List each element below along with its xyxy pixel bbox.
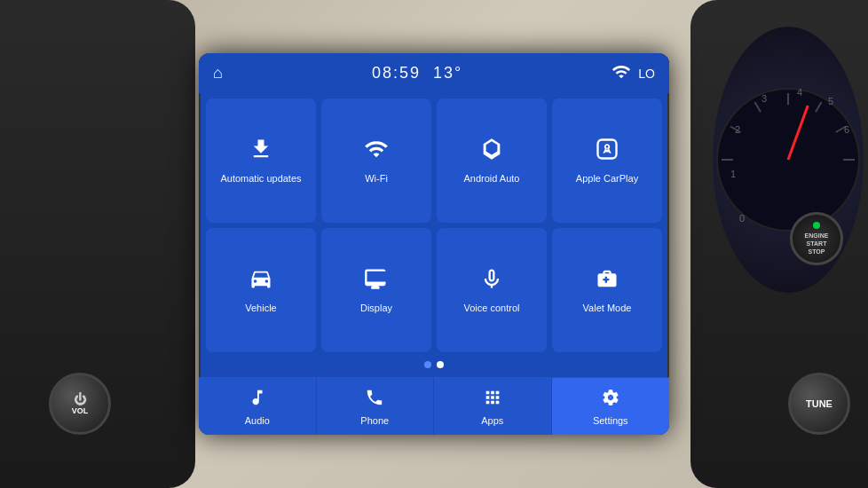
grid-row-1: Automatic updates Wi-Fi [206, 98, 662, 223]
status-bar: ⌂ 08:59 13° LO [199, 53, 669, 93]
temperature: 13° [433, 64, 462, 82]
wifi-label: Wi-Fi [365, 172, 388, 185]
tune-label: TUNE [806, 398, 832, 409]
audio-icon [248, 388, 267, 412]
wifi-tile[interactable]: Wi-Fi [321, 98, 431, 223]
valet-mode-icon [595, 266, 619, 296]
infotainment-screen: ⌂ 08:59 13° LO [199, 53, 669, 435]
apps-label: Apps [481, 415, 503, 426]
automatic-updates-label: Automatic updates [220, 172, 301, 185]
bottom-nav: Audio Phone Apps [199, 377, 669, 435]
apple-carplay-tile[interactable]: Apple CarPlay [552, 98, 662, 223]
phone-icon [365, 388, 384, 412]
svg-rect-0 [598, 139, 617, 158]
voice-control-tile[interactable]: Voice control [437, 228, 547, 352]
pagination-dot-2[interactable] [437, 361, 444, 368]
svg-text:4: 4 [797, 87, 802, 98]
download-icon [249, 137, 273, 167]
display-tile[interactable]: Display [321, 228, 431, 352]
phone-nav-item[interactable]: Phone [317, 378, 435, 435]
svg-text:2: 2 [735, 124, 740, 135]
apps-icon [483, 388, 502, 412]
audio-nav-item[interactable]: Audio [199, 378, 317, 435]
settings-grid: Automatic updates Wi-Fi [199, 93, 669, 377]
time-temperature: 08:59 13° [372, 64, 462, 83]
network-label: LO [638, 67, 655, 81]
vehicle-label: Vehicle [245, 302, 276, 314]
clock: 08:59 [372, 64, 421, 82]
voice-control-label: Voice control [464, 302, 520, 314]
android-auto-tile[interactable]: Android Auto [437, 98, 547, 223]
android-auto-label: Android Auto [464, 172, 520, 185]
speedometer: 0 1 2 3 4 5 6 [713, 27, 864, 293]
power-icon: ⏻ [74, 392, 86, 406]
svg-text:6: 6 [844, 124, 849, 135]
infotainment-screen-container: ⌂ 08:59 13° LO [199, 53, 669, 435]
apple-carplay-label: Apple CarPlay [576, 172, 638, 185]
vol-knob[interactable]: ⏻ VOL [49, 373, 111, 435]
wifi-status-icon [612, 62, 631, 84]
engine-start-button[interactable]: ENGINESTARTSTOP [790, 212, 843, 265]
apple-carplay-icon [595, 137, 619, 167]
vehicle-tile[interactable]: Vehicle [206, 228, 316, 352]
settings-icon [601, 388, 620, 412]
svg-text:0: 0 [739, 213, 745, 224]
phone-label: Phone [360, 415, 389, 426]
android-auto-icon [479, 137, 504, 167]
display-label: Display [360, 302, 392, 314]
engine-indicator-dot [813, 222, 820, 229]
grid-row-2: Vehicle Display [206, 228, 662, 352]
svg-text:3: 3 [761, 93, 767, 104]
svg-text:5: 5 [828, 96, 833, 106]
vehicle-icon [249, 266, 273, 296]
display-icon [364, 266, 389, 296]
engine-label: ENGINESTARTSTOP [805, 232, 829, 256]
speedometer-svg: 0 1 2 3 4 5 6 [713, 27, 864, 293]
apps-nav-item[interactable]: Apps [434, 378, 552, 435]
pagination-dots [206, 358, 662, 372]
vol-label: VOL [72, 406, 89, 415]
svg-text:1: 1 [730, 169, 736, 179]
pagination-dot-1[interactable] [424, 361, 431, 368]
audio-label: Audio [245, 415, 270, 426]
wifi-tile-icon [364, 137, 389, 167]
tune-knob[interactable]: TUNE [788, 373, 850, 435]
status-right: LO [612, 62, 655, 84]
valet-mode-tile[interactable]: Valet Mode [552, 228, 662, 352]
home-icon[interactable]: ⌂ [213, 64, 223, 83]
voice-control-icon [479, 266, 504, 296]
automatic-updates-tile[interactable]: Automatic updates [206, 98, 316, 223]
valet-mode-label: Valet Mode [583, 302, 632, 314]
settings-label: Settings [593, 415, 628, 426]
car-dashboard: ⏻ VOL ⚌ ⏮ ⏵ ⏭ 🔇 ⌂ 08:59 13° [0, 0, 868, 488]
settings-nav-item[interactable]: Settings [552, 378, 670, 435]
